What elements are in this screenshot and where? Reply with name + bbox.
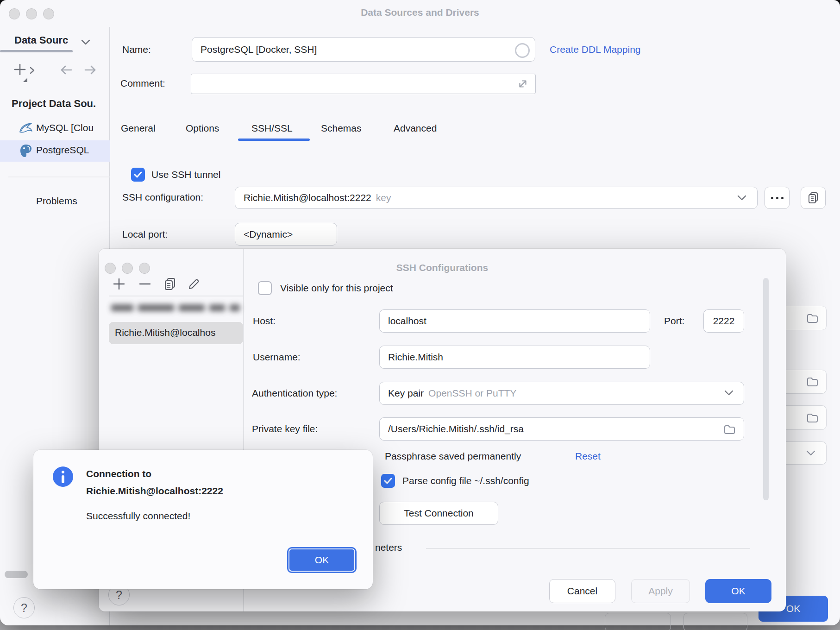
test-connection-label: Test Connection	[404, 508, 474, 519]
use-ssh-tunnel-checkbox[interactable]	[131, 168, 145, 182]
postgresql-elephant-icon	[19, 144, 33, 158]
spinner-icon	[515, 43, 530, 58]
remove-configuration-button[interactable]	[137, 276, 153, 292]
notification-ok-label: OK	[315, 554, 329, 566]
ssh-configuration-value: Richie.Mitish@localhost:2222	[244, 192, 371, 203]
username-label: Username:	[253, 352, 301, 363]
notification-title-line1: Connection to	[86, 465, 223, 482]
cancel-label: Cancel	[567, 586, 597, 597]
edit-configuration-button[interactable]	[186, 276, 202, 292]
cancel-button[interactable]: Cancel	[549, 579, 615, 603]
background-apply-button[interactable]	[683, 613, 747, 630]
sidebar-section-header: Project Data Sou.	[12, 98, 96, 110]
expand-icon[interactable]	[516, 77, 530, 91]
visible-only-label: Visible only for this project	[280, 283, 393, 294]
local-port-value: <Dynamic>	[244, 229, 293, 240]
folder-icon	[806, 375, 819, 388]
username-input[interactable]: Richie.Mitish	[379, 346, 650, 369]
tab-advanced[interactable]: Advanced	[394, 123, 437, 134]
ok-button[interactable]: OK	[705, 579, 771, 603]
name-label: Name:	[122, 44, 151, 55]
folder-icon[interactable]	[723, 423, 736, 436]
create-ddl-mapping-link[interactable]: Create DDL Mapping	[550, 44, 641, 55]
dialog-scrollbar-thumb[interactable]	[763, 278, 769, 500]
add-configuration-button[interactable]	[111, 276, 127, 292]
tab-general[interactable]: General	[121, 123, 156, 134]
chevron-down-icon[interactable]	[80, 38, 92, 46]
tab-schemas[interactable]: Schemas	[321, 123, 362, 134]
ssh-configuration-combobox[interactable]: Richie.Mitish@localhost:2222 key	[235, 187, 758, 209]
ok-label: OK	[731, 586, 745, 597]
forward-button[interactable]	[82, 63, 98, 77]
parse-config-checkbox[interactable]	[381, 474, 395, 488]
name-value: PostgreSQL [Docker, SSH]	[201, 44, 317, 55]
port-value: 2222	[713, 315, 735, 327]
dialog-help-label: ?	[116, 588, 122, 602]
notification-title: Connection to Richie.Mitish@localhost:22…	[86, 465, 223, 499]
chevron-down-icon	[723, 389, 735, 397]
authentication-type-combobox[interactable]: Key pair OpenSSH or PuTTY	[379, 382, 744, 405]
authentication-type-label: Authentication type:	[252, 388, 337, 399]
sidebar-panel-title[interactable]: Data Sourc	[14, 34, 68, 46]
private-key-file-input[interactable]: /Users/Richie.Mitish/.ssh/id_rsa	[379, 417, 744, 441]
name-input[interactable]: PostgreSQL [Docker, SSH]	[192, 37, 535, 62]
window-title: Data Sources and Drivers	[0, 7, 840, 18]
comment-input[interactable]	[191, 74, 536, 94]
sidebar-item-postgresql[interactable]: PostgreSQL	[0, 140, 110, 162]
notification-title-line2: Richie.Mitish@localhost:2222	[86, 482, 223, 499]
ssh-configuration-label: SSH configuration:	[122, 192, 203, 203]
apply-button[interactable]: Apply	[631, 579, 690, 603]
list-item-redacted[interactable]	[111, 301, 240, 315]
list-item-label: Richie.Mitish@localhos	[115, 327, 215, 338]
sidebar-item-mysql[interactable]: MySQL [Clou	[0, 119, 110, 139]
visible-only-checkbox[interactable]	[258, 281, 272, 295]
screenshot-stage: Data Sources and Drivers Data Sourc Proj…	[0, 0, 840, 630]
sidebar-item-label: MySQL [Clou	[36, 122, 94, 133]
tab-ssh-ssl[interactable]: SSH/SSL	[251, 123, 293, 134]
username-value: Richie.Mitish	[388, 352, 443, 363]
browse-ssh-configurations-button[interactable]	[765, 187, 790, 209]
host-input[interactable]: localhost	[379, 309, 650, 333]
reset-passphrase-link[interactable]: Reset	[575, 451, 601, 462]
port-input[interactable]: 2222	[703, 309, 744, 333]
list-item-selected[interactable]: Richie.Mitish@localhos	[109, 322, 243, 344]
parse-config-label: Parse config file ~/.ssh/config	[402, 475, 529, 486]
tab-options[interactable]: Options	[186, 123, 219, 134]
host-value: localhost	[388, 315, 426, 327]
sidebar-scrollbar-thumb[interactable]	[5, 571, 28, 578]
help-button[interactable]: ?	[13, 597, 35, 618]
copy-configuration-button[interactable]	[162, 276, 178, 292]
section-label-fragment: neters	[375, 542, 402, 553]
test-connection-button[interactable]: Test Connection	[379, 502, 498, 525]
local-port-input[interactable]: <Dynamic>	[235, 223, 337, 246]
notification-message: Successfully connected!	[86, 510, 190, 522]
sidebar-item-label: PostgreSQL	[36, 145, 89, 156]
chevron-down-icon[interactable]	[735, 194, 748, 202]
back-button[interactable]	[58, 63, 74, 77]
copy-icon	[806, 191, 820, 205]
redacted-text	[111, 304, 240, 311]
pencil-icon	[187, 277, 201, 291]
comment-label: Comment:	[120, 78, 165, 89]
copy-icon	[163, 277, 177, 291]
folder-icon	[806, 411, 819, 424]
sidebar-separator	[8, 176, 110, 177]
ellipsis-icon	[771, 197, 784, 199]
mysql-dolphin-icon	[19, 121, 33, 136]
panel-tab-indicator	[0, 50, 73, 52]
port-label: Port:	[664, 315, 684, 327]
host-label: Host:	[253, 315, 276, 327]
help-label: ?	[21, 601, 27, 615]
add-data-source-button[interactable]	[12, 62, 28, 78]
copy-configuration-button[interactable]	[801, 187, 826, 209]
local-port-label: Local port:	[122, 229, 168, 240]
section-separator	[426, 548, 750, 549]
info-icon	[53, 466, 73, 487]
sidebar-item-problems[interactable]: Problems	[36, 195, 77, 207]
background-cancel-button[interactable]	[605, 613, 671, 630]
connection-notification: Connection to Richie.Mitish@localhost:22…	[33, 450, 373, 589]
apply-label: Apply	[648, 586, 673, 597]
use-ssh-tunnel-label: Use SSH tunnel	[151, 169, 220, 180]
notification-ok-button[interactable]: OK	[287, 547, 357, 573]
chevron-down-icon	[805, 449, 817, 457]
